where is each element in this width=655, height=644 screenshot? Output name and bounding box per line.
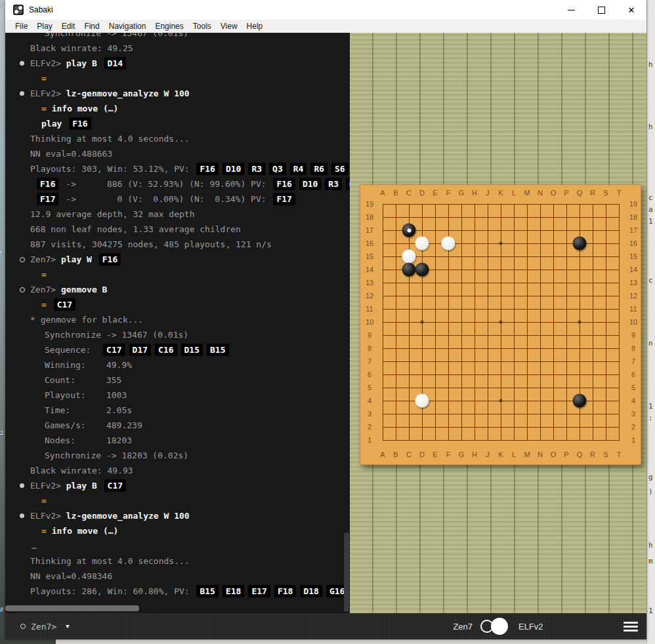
console-text: -> 0 (V: 0.00%) (N: 0.34%) PV: [60,194,271,204]
console-text: = [41,496,47,506]
engine-idle-icon [20,257,25,262]
menu-navigation[interactable]: Navigation [104,22,151,31]
console-line: Count: 355 [5,372,350,388]
console-text: * genmove for black... [30,315,143,325]
gtp-console[interactable]: Synchronize -> 13467 (0.01s)Black winrat… [5,33,350,613]
move-badge: R3 [325,178,342,190]
console-text: lz-genmove_analyze W 100 [66,89,190,98]
screen: sf2.if hhca1cn1:g)hm1 Sabaki ✕ FilePlayE… [0,0,655,644]
hamburger-menu-button[interactable] [623,619,638,634]
coord-row-right: 7 [631,357,635,365]
console-text: Thinking at most 4.0 seconds... [30,134,190,144]
console-text: genmove B [61,285,107,294]
coord-row-left: 5 [368,384,371,392]
coord-row-left: 11 [366,305,373,313]
prompt-engine-label[interactable]: Zen7> [31,622,56,632]
move-badge: F16 [273,178,295,190]
coord-col-bottom: J [486,451,490,458]
console-prompt[interactable]: Zen7> ▼ [5,613,350,639]
menu-find[interactable]: Find [79,22,104,31]
coord-row-right: 17 [629,226,637,234]
close-button[interactable]: ✕ [616,0,646,20]
console-line: = info move (…) [5,101,350,116]
console-vertical-scrollbar[interactable] [344,533,349,612]
console-text: ELFv2> [30,511,66,521]
background-text-fragment: a [648,206,653,214]
coord-row-right: 9 [631,331,635,339]
engine-idle-icon [20,287,25,292]
console-line: Synchronize -> 13467 (0.01s) [5,33,350,41]
title-bar[interactable]: Sabaki ✕ [5,0,646,20]
background-window-strip: hhca1cn1:g)hm1 [646,0,655,644]
move-badge: D10 [299,178,321,190]
console-line: Winning: 49.9% [5,357,350,372]
white-stone-F16 [442,237,455,251]
menu-file[interactable]: File [11,22,32,31]
console-line: Playouts: 286, Win: 60.80%, PV: B15E18E1… [5,584,350,599]
coord-row-left: 2 [368,423,371,431]
coord-col-bottom: L [512,451,516,458]
console-text: NN eval=0.498346 [30,571,112,581]
console-line: Games/s: 489.239 [5,418,350,433]
white-stone-D16 [415,237,429,251]
star-point [499,321,503,324]
console-line: Thinking at most 4.0 seconds... [5,131,350,146]
engine-busy-icon [20,513,24,518]
move-badge: D17 [129,344,151,356]
background-text-fragment: : [648,414,653,422]
coord-col-bottom: E [433,451,437,458]
coord-row-left: 17 [366,226,373,234]
coord-col-top: M [524,189,530,197]
console-line: Zen7> play W F16 [5,252,350,267]
engine-busy-icon [20,61,24,66]
go-board[interactable]: AABBCCDDEEFFGGHHJJKKLLMMNNOOPPQQRRSSTT19… [360,184,641,465]
coord-row-right: 11 [629,305,637,313]
console-text: Count: 355 [45,375,121,385]
move-badge: Q3 [346,178,350,190]
menu-engines[interactable]: Engines [150,22,188,31]
menu-edit[interactable]: Edit [57,22,80,31]
console-line: … [5,538,350,553]
desktop-icon-label-fragment: if [0,607,3,613]
menu-help[interactable]: Help [242,22,268,31]
coord-row-left: 9 [368,331,371,339]
coord-col-top: L [512,189,516,197]
desktop-icon-label-fragment: f [0,250,2,256]
console-horizontal-scrollbar[interactable] [5,605,139,611]
engine-turn-toggle[interactable] [479,617,512,635]
console-line: 887 visits, 304275 nodes, 485 playouts, … [5,237,350,252]
move-badge: R3 [248,163,265,175]
menu-play[interactable]: Play [32,22,56,31]
coord-col-bottom: A [380,451,385,458]
console-line: Black winrate: 49.93 [5,463,350,478]
console-text: lz-genmove_analyze W 100 [66,511,190,521]
desktop-bottom-strip [0,639,646,644]
minimize-button[interactable] [556,0,586,20]
console-text: ELFv2> [30,89,66,98]
maximize-button[interactable] [586,0,616,20]
coord-col-bottom: D [419,451,425,458]
background-text-fragment: 1 [648,607,653,615]
menu-view[interactable]: View [216,22,242,31]
coord-col-top: N [538,189,543,197]
move-badge: F18 [274,585,296,597]
coord-row-left: 6 [368,371,371,378]
console-text: Playouts: 303, Win: 53.12%, PV: [30,164,194,174]
desktop-icon-label-fragment: 2. [0,430,5,436]
window-controls: ✕ [556,0,646,20]
move-badge: D18 [300,585,322,597]
menu-tools[interactable]: Tools [188,22,216,31]
coord-col-top: G [459,189,465,197]
coord-col-top: T [617,189,622,197]
move-badge: E18 [222,585,244,597]
console-text: Synchronize -> 18203 (0.02s) [45,451,188,460]
coord-col-top: E [433,189,437,197]
console-line: = [5,493,350,508]
console-text: Playout: 1003 [45,390,127,400]
engine-dropdown-icon[interactable]: ▼ [66,623,69,630]
engine-label-left: Zen7 [453,622,473,632]
background-text-fragment: c [648,194,653,202]
console-text: ELFv2> [30,481,66,491]
console-text: play W [61,254,97,264]
coord-row-left: 10 [366,318,373,326]
